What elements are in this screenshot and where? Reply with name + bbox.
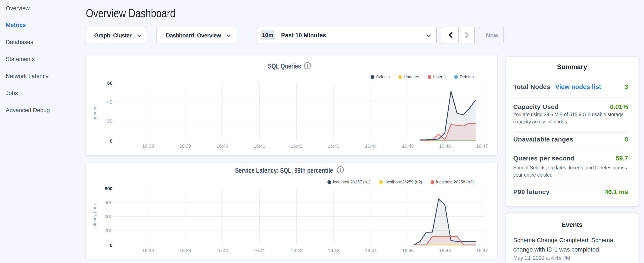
svg-text:0: 0 [110, 242, 112, 248]
svg-text:16:42: 16:42 [291, 248, 302, 253]
svg-text:16:40: 16:40 [216, 143, 228, 149]
svg-text:16:41: 16:41 [254, 248, 265, 253]
svg-text:20: 20 [107, 119, 112, 124]
svg-text:600: 600 [104, 200, 112, 205]
svg-text:16:45: 16:45 [402, 248, 414, 253]
svg-text:16:47: 16:47 [476, 248, 488, 253]
svg-text:16:40: 16:40 [216, 248, 228, 253]
svg-text:200: 200 [104, 228, 112, 233]
svg-text:16:39: 16:39 [180, 143, 191, 149]
svg-text:60: 60 [107, 80, 112, 86]
svg-text:16:44: 16:44 [365, 143, 376, 149]
svg-text:16:43: 16:43 [328, 143, 340, 149]
svg-text:400: 400 [104, 214, 112, 219]
svg-text:queries: queries [92, 106, 97, 120]
svg-text:16:46: 16:46 [439, 143, 451, 149]
svg-text:16:47: 16:47 [476, 143, 488, 149]
svg-text:40: 40 [107, 99, 112, 105]
svg-text:16:44: 16:44 [365, 248, 376, 253]
svg-text:16:38: 16:38 [142, 248, 154, 253]
svg-text:16:46: 16:46 [439, 248, 451, 253]
svg-text:16:39: 16:39 [180, 248, 191, 253]
svg-text:16:38: 16:38 [142, 143, 154, 149]
svg-text:16:42: 16:42 [291, 143, 302, 149]
svg-text:16:45: 16:45 [402, 143, 414, 149]
svg-text:16:41: 16:41 [254, 143, 265, 149]
svg-text:800: 800 [104, 186, 112, 191]
svg-text:latency (ms): latency (ms) [92, 204, 97, 228]
svg-text:16:43: 16:43 [328, 248, 340, 253]
svg-text:0: 0 [110, 138, 112, 144]
